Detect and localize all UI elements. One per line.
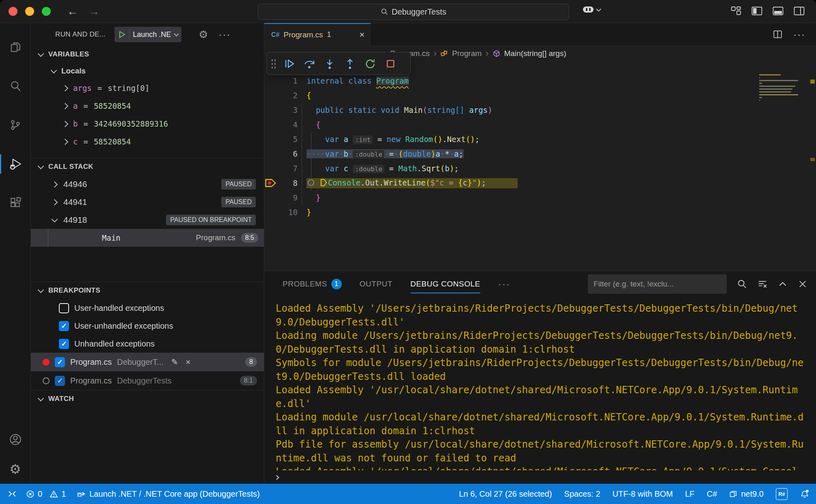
code-line[interactable]: 3 public static void Main(string[] args) — [264, 103, 816, 117]
tab-output[interactable]: OUTPUT — [360, 271, 393, 297]
locals-scope-row[interactable]: Locals — [31, 63, 264, 79]
sidebar-title: RUN AND DE... — [55, 30, 106, 39]
checkbox[interactable]: ✓ — [59, 321, 69, 331]
code-line[interactable]: 4 { — [264, 117, 816, 132]
debug-console-output[interactable]: Loaded Assembly '/Users/jetbrains/RiderP… — [264, 297, 816, 470]
exception-toggle-row[interactable]: ✓User-unhandled exceptions — [31, 317, 264, 335]
thread-row[interactable]: 44946PAUSED — [31, 175, 264, 193]
toolbar-drag-handle[interactable] — [271, 58, 276, 69]
restart-button[interactable] — [360, 54, 380, 73]
step-into-button[interactable] — [319, 54, 340, 73]
extensions-icon[interactable] — [0, 190, 30, 215]
variable-row[interactable]: a=58520854 — [31, 97, 264, 115]
encoding-status[interactable]: UTF-8 with BOM — [613, 489, 673, 499]
thread-row[interactable]: 44941PAUSED — [31, 193, 264, 211]
minimap[interactable] — [759, 73, 806, 103]
code-line[interactable]: 7 var c :double = Math.Sqrt(b); — [264, 161, 816, 176]
line-number: 1 — [277, 76, 304, 85]
code-line[interactable]: 6····var·b·:double·=·(double)a·*·a; — [264, 146, 816, 161]
variable-row[interactable]: c=58520854 — [31, 133, 264, 151]
stop-button[interactable] — [380, 54, 401, 73]
close-window-button[interactable] — [9, 7, 17, 16]
watch-section-header[interactable]: WATCH — [31, 390, 264, 407]
runtime-status[interactable]: net9.0 — [729, 489, 764, 499]
minimize-window-button[interactable] — [25, 7, 34, 16]
close-tab-icon[interactable]: × — [359, 30, 365, 39]
code-line[interactable]: 5 var a :int = new Random().Next(); — [264, 132, 816, 146]
toggle-panel-icon[interactable] — [773, 6, 784, 16]
tab-program-cs[interactable]: C# Program.cs 1 × — [264, 23, 371, 45]
explorer-icon[interactable] — [0, 34, 30, 60]
notifications-bell[interactable] — [800, 489, 810, 499]
code-editor[interactable]: 1internal class Program2{3 public static… — [264, 61, 816, 271]
continue-button[interactable] — [279, 54, 299, 73]
variables-section-header[interactable]: VARIABLES — [31, 46, 264, 63]
checkbox[interactable] — [59, 303, 69, 313]
code-line[interactable]: 1internal class Program — [264, 73, 816, 88]
language-mode-status[interactable]: C# — [707, 489, 717, 499]
stack-frame-row[interactable]: MainProgram.cs8:5 — [31, 229, 264, 247]
launch-config-button[interactable]: Launch .NET — [114, 27, 181, 42]
settings-gear-icon[interactable]: ⚙ — [0, 457, 30, 482]
forward-icon[interactable]: → — [89, 6, 99, 17]
exception-toggle-row[interactable]: User-handled exceptions — [31, 299, 264, 317]
tab-problems[interactable]: PROBLEMS 1 — [283, 271, 342, 297]
code-line[interactable]: 10} — [264, 205, 816, 220]
code-line[interactable]: 2{ — [264, 88, 816, 103]
variable-row[interactable]: args=string[0] — [31, 79, 264, 97]
close-panel-icon[interactable] — [798, 280, 807, 289]
breakpoint-row[interactable]: ✓Program.csDebuggerTests8:1 — [31, 371, 264, 390]
exception-toggle-row[interactable]: ✓Unhandled exceptions — [31, 335, 264, 353]
checkbox[interactable]: ✓ — [59, 339, 69, 349]
remote-indicator[interactable] — [6, 490, 15, 498]
checkbox[interactable]: ✓ — [55, 376, 65, 386]
step-over-button[interactable] — [299, 54, 319, 73]
checkbox[interactable]: ✓ — [55, 357, 65, 367]
step-out-button[interactable] — [340, 54, 360, 73]
chevron-down-icon — [51, 67, 57, 73]
command-center-search[interactable]: DebuggerTests — [258, 4, 569, 20]
maximize-panel-icon[interactable] — [778, 279, 788, 289]
code-line[interactable]: 9 } — [264, 190, 816, 205]
breadcrumb-class[interactable]: Program — [452, 49, 481, 58]
toggle-secondary-sidebar-icon[interactable] — [794, 6, 805, 16]
toggle-primary-sidebar-icon[interactable] — [751, 6, 762, 16]
remove-breakpoint-icon[interactable]: × — [186, 358, 191, 367]
call-stack-section-header[interactable]: CALL STACK — [31, 158, 264, 175]
line-content: { — [304, 120, 320, 129]
cursor-position-status[interactable]: Ln 6, Col 27 (26 selected) — [459, 489, 552, 499]
resharper-status[interactable]: R# — [776, 488, 788, 500]
breadcrumb-method[interactable]: Main(string[] args) — [504, 49, 566, 58]
clear-console-icon[interactable] — [758, 279, 767, 289]
code-line[interactable]: 8Console.Out.WriteLine($"c = {c}"); — [264, 176, 816, 190]
split-editor-icon[interactable] — [773, 29, 783, 39]
selection-highlight: ····var·b·:double·=·(double)a·*·a; — [307, 149, 464, 158]
indentation-status[interactable]: Spaces: 2 — [564, 489, 600, 499]
run-and-debug-icon[interactable] — [0, 151, 30, 177]
views-more-icon[interactable]: ··· — [219, 32, 231, 37]
search-icon[interactable] — [0, 73, 30, 99]
debug-target-status[interactable]: Launch .NET / .NET Core app (DebuggerTes… — [76, 489, 259, 499]
copilot-menu[interactable] — [582, 5, 600, 14]
debug-console-input[interactable]: › — [264, 470, 816, 484]
panel-more-icon[interactable]: ··· — [498, 282, 510, 286]
debug-settings-gear-icon[interactable]: ⚙ — [199, 29, 208, 40]
variable-row[interactable]: b=3424690352889316 — [31, 115, 264, 133]
breakpoint-dot-icon — [43, 359, 50, 366]
account-icon[interactable] — [0, 427, 30, 452]
customize-layout-icon[interactable] — [731, 6, 741, 16]
tab-problem-badge: 1 — [327, 30, 331, 39]
back-icon[interactable]: ← — [67, 6, 78, 17]
source-control-icon[interactable] — [0, 112, 30, 138]
tab-debug-console[interactable]: DEBUG CONSOLE — [410, 271, 480, 297]
problems-status[interactable]: 0 1 — [26, 489, 66, 499]
breakpoints-section-header[interactable]: BREAKPOINTS — [31, 282, 264, 299]
edit-breakpoint-icon[interactable]: ✎ — [171, 357, 178, 367]
breakpoint-row[interactable]: ✓Program.csDebuggerT...✎×8 — [31, 353, 264, 371]
eol-status[interactable]: LF — [685, 489, 694, 499]
thread-row[interactable]: 44918PAUSED ON BREAKPOINT — [31, 211, 264, 229]
console-filter-input[interactable] — [588, 274, 727, 294]
find-icon[interactable] — [737, 279, 747, 289]
maximize-window-button[interactable] — [42, 7, 51, 16]
editor-more-icon[interactable]: ··· — [793, 32, 805, 37]
